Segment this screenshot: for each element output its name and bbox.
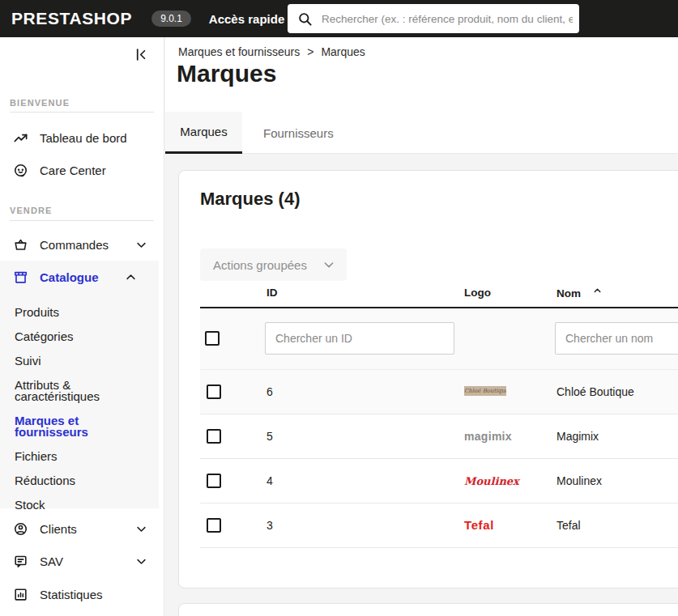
content-header: Marques et fournisseurs > Marques Marque… bbox=[165, 37, 678, 112]
row-checkbox[interactable] bbox=[207, 429, 221, 444]
cell-id: 6 bbox=[265, 369, 463, 414]
cell-name: Moulinex bbox=[555, 458, 678, 503]
trending-up-icon bbox=[13, 130, 28, 146]
storefront-icon bbox=[13, 270, 28, 285]
breadcrumb-item-current: Marques bbox=[321, 45, 365, 58]
search-icon bbox=[297, 11, 313, 27]
top-header: PRESTASHOP 9.0.1 Accès rapide bbox=[0, 0, 678, 37]
catalogue-submenu: Produits Catégories Suivi Attributs & ca… bbox=[15, 300, 151, 517]
sidebar-item-catalogue[interactable]: Catalogue bbox=[0, 266, 159, 288]
sidebar-item-label: Tableau de bord bbox=[40, 131, 127, 145]
brand-logo-magimix: magimix bbox=[464, 430, 512, 443]
table-row[interactable]: 6 Chloé Boutique Chloé Boutique bbox=[200, 369, 678, 414]
column-header-nom[interactable]: Nom bbox=[555, 286, 678, 308]
divider bbox=[10, 112, 154, 113]
quick-access-menu[interactable]: Accès rapide bbox=[209, 12, 297, 26]
table-row[interactable]: 4 Moulinex Moulinex bbox=[200, 458, 678, 503]
chevron-down-icon bbox=[322, 258, 335, 271]
panel-title: Marques (4) bbox=[200, 189, 300, 210]
tab-marques[interactable]: Marques bbox=[165, 112, 242, 154]
submenu-item-categories[interactable]: Catégories bbox=[15, 325, 151, 349]
tab-fournisseurs[interactable]: Fournisseurs bbox=[242, 112, 355, 154]
prestashop-admin: PRESTASHOP 9.0.1 Accès rapide BIENVENUE … bbox=[0, 0, 678, 616]
brand-logo-moulinex: Moulinex bbox=[464, 475, 519, 487]
chevron-down-icon bbox=[135, 239, 147, 251]
sidebar-item-label: SAV bbox=[40, 554, 63, 568]
sidebar-item-orders[interactable]: Commandes bbox=[0, 232, 164, 257]
submenu-item-suivi[interactable]: Suivi bbox=[15, 349, 151, 373]
chat-bubble-icon bbox=[13, 554, 28, 569]
table-header-row: ID Logo Nom bbox=[200, 286, 678, 308]
row-checkbox[interactable] bbox=[207, 518, 221, 533]
sort-asc-icon[interactable] bbox=[592, 286, 603, 296]
sidebar-collapse-button[interactable] bbox=[134, 47, 149, 62]
sidebar-item-label: Catalogue bbox=[40, 270, 99, 284]
sidebar-item-label: Care Center bbox=[40, 164, 106, 177]
sidebar-item-clients[interactable]: Clients bbox=[0, 516, 164, 541]
breadcrumb-separator: > bbox=[307, 45, 313, 58]
sidebar-item-label: Clients bbox=[40, 522, 77, 536]
filter-id-input[interactable] bbox=[265, 322, 454, 355]
tab-bar: Marques Fournisseurs bbox=[165, 112, 678, 154]
column-header-id[interactable]: ID bbox=[265, 286, 463, 308]
sidebar-item-dashboard[interactable]: Tableau de bord bbox=[0, 125, 164, 150]
chevron-up-icon bbox=[125, 271, 137, 283]
submenu-item-produits[interactable]: Produits bbox=[15, 300, 151, 325]
row-checkbox[interactable] bbox=[207, 474, 221, 488]
column-header-logo: Logo bbox=[463, 286, 555, 308]
filter-name-input[interactable] bbox=[555, 322, 678, 355]
bulk-actions-label: Actions groupées bbox=[213, 258, 307, 272]
cell-id: 3 bbox=[265, 503, 463, 547]
search-input[interactable] bbox=[322, 13, 573, 25]
cell-id: 4 bbox=[265, 458, 463, 503]
submenu-item-stock[interactable]: Stock bbox=[15, 493, 151, 517]
submenu-item-attributs[interactable]: Attributs & caractéristiques bbox=[15, 373, 151, 409]
sidebar-item-statistiques[interactable]: Statistiques bbox=[0, 582, 164, 606]
next-panel bbox=[178, 603, 678, 616]
app-logo: PRESTASHOP bbox=[11, 9, 132, 28]
select-all-checkbox[interactable] bbox=[205, 331, 220, 346]
cell-name: Magimix bbox=[555, 414, 678, 458]
sidebar-item-care-center[interactable]: Care Center bbox=[0, 158, 164, 182]
brands-panel: Marques (4) Actions groupées ID Logo Nom bbox=[178, 170, 678, 588]
customer-icon bbox=[13, 521, 28, 537]
version-badge: 9.0.1 bbox=[151, 11, 191, 27]
brand-logo-tefal: Tefal bbox=[464, 518, 494, 532]
sidebar-item-label: Commandes bbox=[40, 238, 109, 252]
quick-access-label: Accès rapide bbox=[209, 12, 284, 26]
global-search[interactable] bbox=[288, 4, 579, 33]
section-bienvenue: BIENVENUE bbox=[10, 98, 70, 108]
sidebar-item-sav[interactable]: SAV bbox=[0, 549, 164, 573]
page-title: Marques bbox=[177, 60, 276, 87]
submenu-item-marques-et-fournisseurs[interactable]: Marques et fournisseurs bbox=[15, 409, 151, 444]
breadcrumb-item-parent[interactable]: Marques et fournisseurs bbox=[178, 45, 300, 58]
chevron-down-icon bbox=[135, 523, 147, 535]
bar-chart-icon bbox=[13, 587, 28, 602]
bulk-actions-dropdown[interactable]: Actions groupées bbox=[200, 249, 347, 281]
filter-row bbox=[200, 308, 678, 369]
breadcrumb: Marques et fournisseurs > Marques bbox=[178, 45, 365, 58]
table-row[interactable]: 5 magimix Magimix bbox=[200, 414, 678, 458]
cell-name: Tefal bbox=[555, 503, 678, 547]
sidebar: BIENVENUE Tableau de bord Care Center VE… bbox=[0, 37, 164, 616]
sidebar-item-label: Statistiques bbox=[40, 588, 103, 601]
cell-name: Chloé Boutique bbox=[555, 369, 678, 414]
catalogue-section-expanded: Catalogue Produits Catégories Suivi Attr… bbox=[0, 261, 159, 508]
submenu-item-reductions[interactable]: Réductions bbox=[15, 469, 151, 493]
submenu-item-fichiers[interactable]: Fichiers bbox=[15, 444, 151, 469]
chevron-down-icon bbox=[135, 555, 147, 567]
select-all-column bbox=[200, 286, 265, 308]
headset-icon bbox=[13, 163, 28, 178]
basket-icon bbox=[13, 237, 28, 253]
cell-id: 5 bbox=[265, 414, 463, 458]
brand-logo-chloe-boutique: Chloé Boutique bbox=[464, 386, 506, 396]
brands-table: ID Logo Nom 6 Chloé Bout bbox=[200, 286, 678, 548]
divider bbox=[10, 220, 154, 221]
section-vendre: VENDRE bbox=[10, 206, 52, 215]
row-checkbox[interactable] bbox=[207, 384, 221, 399]
table-row[interactable]: 3 Tefal Tefal bbox=[200, 503, 678, 547]
